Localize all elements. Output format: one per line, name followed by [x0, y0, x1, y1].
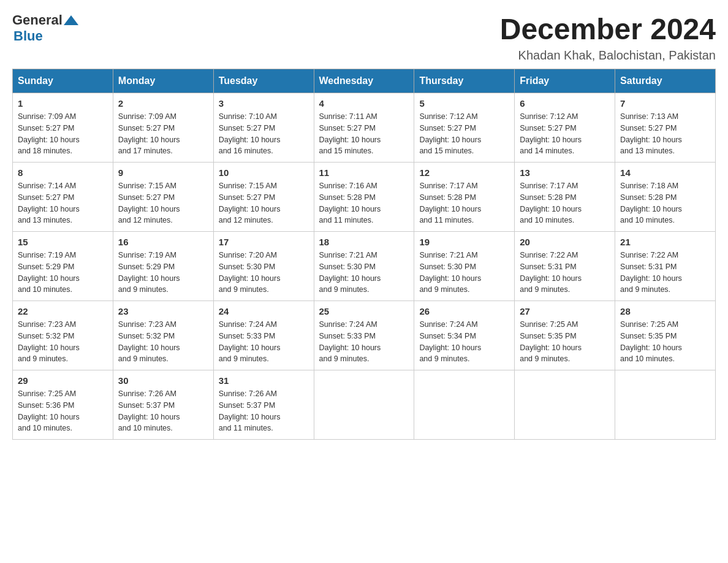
day-number: 7	[620, 98, 710, 109]
day-info: Sunrise: 7:17 AMSunset: 5:28 PMDaylight:…	[419, 180, 509, 226]
day-info: Sunrise: 7:24 AMSunset: 5:33 PMDaylight:…	[319, 319, 409, 365]
day-number: 27	[520, 306, 610, 316]
day-number: 12	[419, 167, 509, 178]
day-number: 8	[18, 167, 108, 178]
day-number: 17	[219, 237, 309, 247]
day-info: Sunrise: 7:10 AMSunset: 5:27 PMDaylight:…	[219, 111, 309, 157]
day-number: 20	[520, 237, 610, 247]
calendar-cell: 3Sunrise: 7:10 AMSunset: 5:27 PMDaylight…	[213, 93, 314, 163]
calendar-cell: 17Sunrise: 7:20 AMSunset: 5:30 PMDayligh…	[213, 232, 314, 301]
day-number: 18	[319, 237, 409, 247]
day-info: Sunrise: 7:14 AMSunset: 5:27 PMDaylight:…	[18, 180, 108, 226]
calendar-cell: 14Sunrise: 7:18 AMSunset: 5:28 PMDayligh…	[615, 163, 716, 232]
day-info: Sunrise: 7:16 AMSunset: 5:28 PMDaylight:…	[319, 180, 409, 226]
calendar-week-row: 29Sunrise: 7:25 AMSunset: 5:36 PMDayligh…	[13, 370, 716, 440]
day-number: 29	[18, 375, 108, 386]
day-number: 2	[118, 98, 208, 109]
day-info: Sunrise: 7:17 AMSunset: 5:28 PMDaylight:…	[520, 180, 610, 226]
day-number: 31	[219, 375, 309, 386]
day-info: Sunrise: 7:24 AMSunset: 5:34 PMDaylight:…	[419, 319, 509, 365]
day-info: Sunrise: 7:12 AMSunset: 5:27 PMDaylight:…	[419, 111, 509, 157]
day-number: 5	[419, 98, 509, 109]
calendar-cell: 13Sunrise: 7:17 AMSunset: 5:28 PMDayligh…	[515, 163, 615, 232]
page-header: General Blue December 2024 Khadan Khak, …	[12, 12, 716, 63]
weekday-header-wednesday: Wednesday	[314, 69, 414, 93]
day-number: 3	[219, 98, 309, 109]
day-info: Sunrise: 7:26 AMSunset: 5:37 PMDaylight:…	[219, 388, 309, 434]
calendar-cell	[615, 370, 716, 440]
day-number: 14	[620, 167, 710, 178]
day-info: Sunrise: 7:22 AMSunset: 5:31 PMDaylight:…	[520, 250, 610, 296]
weekday-header-monday: Monday	[113, 69, 213, 93]
calendar-cell	[314, 370, 414, 440]
day-info: Sunrise: 7:25 AMSunset: 5:35 PMDaylight:…	[520, 319, 610, 365]
calendar-cell: 29Sunrise: 7:25 AMSunset: 5:36 PMDayligh…	[13, 370, 113, 440]
day-number: 9	[118, 167, 208, 178]
day-number: 28	[620, 306, 710, 316]
calendar-cell: 22Sunrise: 7:23 AMSunset: 5:32 PMDayligh…	[13, 301, 113, 370]
calendar-cell: 24Sunrise: 7:24 AMSunset: 5:33 PMDayligh…	[213, 301, 314, 370]
weekday-header-tuesday: Tuesday	[213, 69, 314, 93]
day-info: Sunrise: 7:26 AMSunset: 5:37 PMDaylight:…	[118, 388, 208, 434]
weekday-header-thursday: Thursday	[414, 69, 515, 93]
calendar-cell: 11Sunrise: 7:16 AMSunset: 5:28 PMDayligh…	[314, 163, 414, 232]
day-number: 30	[118, 375, 208, 386]
calendar-cell	[515, 370, 615, 440]
weekday-header-saturday: Saturday	[615, 69, 716, 93]
day-info: Sunrise: 7:22 AMSunset: 5:31 PMDaylight:…	[620, 250, 710, 296]
calendar-cell: 9Sunrise: 7:15 AMSunset: 5:27 PMDaylight…	[113, 163, 213, 232]
weekday-header-friday: Friday	[515, 69, 615, 93]
day-info: Sunrise: 7:25 AMSunset: 5:35 PMDaylight:…	[620, 319, 710, 365]
calendar-cell: 8Sunrise: 7:14 AMSunset: 5:27 PMDaylight…	[13, 163, 113, 232]
day-number: 1	[18, 98, 108, 109]
calendar-cell: 2Sunrise: 7:09 AMSunset: 5:27 PMDaylight…	[113, 93, 213, 163]
calendar-cell: 4Sunrise: 7:11 AMSunset: 5:27 PMDaylight…	[314, 93, 414, 163]
day-info: Sunrise: 7:24 AMSunset: 5:33 PMDaylight:…	[219, 319, 309, 365]
calendar-cell: 19Sunrise: 7:21 AMSunset: 5:30 PMDayligh…	[414, 232, 515, 301]
day-number: 11	[319, 167, 409, 178]
calendar-week-row: 1Sunrise: 7:09 AMSunset: 5:27 PMDaylight…	[13, 93, 716, 163]
calendar-cell: 6Sunrise: 7:12 AMSunset: 5:27 PMDaylight…	[515, 93, 615, 163]
calendar-cell: 27Sunrise: 7:25 AMSunset: 5:35 PMDayligh…	[515, 301, 615, 370]
calendar-cell: 12Sunrise: 7:17 AMSunset: 5:28 PMDayligh…	[414, 163, 515, 232]
day-number: 19	[419, 237, 509, 247]
day-info: Sunrise: 7:09 AMSunset: 5:27 PMDaylight:…	[18, 111, 108, 157]
day-info: Sunrise: 7:21 AMSunset: 5:30 PMDaylight:…	[419, 250, 509, 296]
calendar-table: SundayMondayTuesdayWednesdayThursdayFrid…	[12, 69, 716, 440]
day-number: 13	[520, 167, 610, 178]
day-number: 16	[118, 237, 208, 247]
day-info: Sunrise: 7:25 AMSunset: 5:36 PMDaylight:…	[18, 388, 108, 434]
day-number: 22	[18, 306, 108, 316]
calendar-cell: 10Sunrise: 7:15 AMSunset: 5:27 PMDayligh…	[213, 163, 314, 232]
day-info: Sunrise: 7:21 AMSunset: 5:30 PMDaylight:…	[319, 250, 409, 296]
calendar-cell: 25Sunrise: 7:24 AMSunset: 5:33 PMDayligh…	[314, 301, 414, 370]
calendar-cell: 5Sunrise: 7:12 AMSunset: 5:27 PMDaylight…	[414, 93, 515, 163]
day-info: Sunrise: 7:09 AMSunset: 5:27 PMDaylight:…	[118, 111, 208, 157]
calendar-week-row: 8Sunrise: 7:14 AMSunset: 5:27 PMDaylight…	[13, 163, 716, 232]
day-number: 10	[219, 167, 309, 178]
day-info: Sunrise: 7:13 AMSunset: 5:27 PMDaylight:…	[620, 111, 710, 157]
day-number: 15	[18, 237, 108, 247]
calendar-cell: 23Sunrise: 7:23 AMSunset: 5:32 PMDayligh…	[113, 301, 213, 370]
day-info: Sunrise: 7:19 AMSunset: 5:29 PMDaylight:…	[18, 250, 108, 296]
day-info: Sunrise: 7:23 AMSunset: 5:32 PMDaylight:…	[118, 319, 208, 365]
day-number: 21	[620, 237, 710, 247]
day-info: Sunrise: 7:12 AMSunset: 5:27 PMDaylight:…	[520, 111, 610, 157]
day-number: 24	[219, 306, 309, 316]
calendar-cell: 20Sunrise: 7:22 AMSunset: 5:31 PMDayligh…	[515, 232, 615, 301]
logo: General Blue	[12, 12, 78, 44]
calendar-cell: 26Sunrise: 7:24 AMSunset: 5:34 PMDayligh…	[414, 301, 515, 370]
calendar-cell: 1Sunrise: 7:09 AMSunset: 5:27 PMDaylight…	[13, 93, 113, 163]
day-info: Sunrise: 7:20 AMSunset: 5:30 PMDaylight:…	[219, 250, 309, 296]
day-info: Sunrise: 7:15 AMSunset: 5:27 PMDaylight:…	[219, 180, 309, 226]
calendar-cell: 18Sunrise: 7:21 AMSunset: 5:30 PMDayligh…	[314, 232, 414, 301]
calendar-cell: 21Sunrise: 7:22 AMSunset: 5:31 PMDayligh…	[615, 232, 716, 301]
calendar-cell: 30Sunrise: 7:26 AMSunset: 5:37 PMDayligh…	[113, 370, 213, 440]
calendar-week-row: 15Sunrise: 7:19 AMSunset: 5:29 PMDayligh…	[13, 232, 716, 301]
logo-blue-text: Blue	[13, 28, 43, 44]
location-subtitle: Khadan Khak, Balochistan, Pakistan	[500, 48, 716, 63]
calendar-week-row: 22Sunrise: 7:23 AMSunset: 5:32 PMDayligh…	[13, 301, 716, 370]
day-number: 26	[419, 306, 509, 316]
day-number: 23	[118, 306, 208, 316]
calendar-cell: 16Sunrise: 7:19 AMSunset: 5:29 PMDayligh…	[113, 232, 213, 301]
